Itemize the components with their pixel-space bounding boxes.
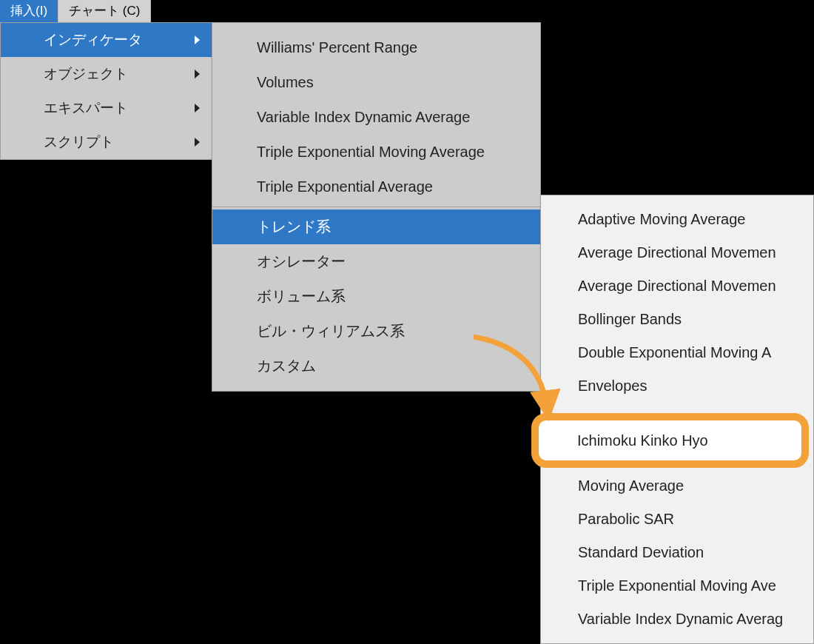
menu-item-oscillator[interactable]: オシレーター — [212, 244, 540, 279]
menu-item-custom[interactable]: カスタム — [212, 349, 540, 383]
menu-item-volumes[interactable]: Volumes — [212, 65, 540, 100]
menu-item-billwilliams[interactable]: ビル・ウィリアムス系 — [212, 314, 540, 349]
submenu-arrow-icon — [195, 104, 200, 113]
submenu-indicators: Williams' Percent Range Volumes Variable… — [212, 22, 541, 392]
menu-item-label: インディケータ — [44, 30, 142, 50]
submenu-arrow-icon — [195, 70, 200, 78]
menu-item[interactable]: Triple Exponential Moving Ave — [541, 569, 813, 603]
menu-item[interactable]: Standard Deviation — [541, 536, 813, 569]
menu-item-ichimoku[interactable]: Ichimoku Kinko Hyo — [541, 436, 813, 469]
menu-item-script[interactable]: スクリプト — [1, 125, 212, 159]
menu-item-expert[interactable]: エキスパート — [1, 91, 212, 125]
menu-item[interactable]: Variable Index Dynamic Averag — [541, 603, 813, 636]
menu-item-tema[interactable]: Triple Exponential Moving Average — [212, 135, 540, 170]
menubar-insert[interactable]: 挿入(I) — [0, 0, 58, 22]
menu-item[interactable]: Double Exponential Moving A — [541, 336, 813, 369]
menu-item[interactable]: Moving Average — [541, 469, 813, 503]
submenu-trend: Adaptive Moving Average Average Directio… — [540, 195, 814, 644]
menu-item[interactable]: Average Directional Movemen — [541, 236, 813, 269]
menu-item[interactable]: Fractal Adaptive Moving Aver — [541, 403, 813, 436]
menu-item-trix[interactable]: Triple Exponential Average — [212, 170, 540, 204]
submenu-arrow-icon — [195, 36, 200, 44]
menu-item-vidya[interactable]: Variable Index Dynamic Average — [212, 100, 540, 135]
menu-item-trend[interactable]: トレンド系 — [212, 209, 540, 244]
menu-item-label: オブジェクト — [44, 64, 128, 84]
menu-separator — [212, 207, 540, 207]
submenu-insert: インディケータ オブジェクト エキスパート スクリプト — [0, 22, 212, 160]
menubar: 挿入(I) チャート (C) — [0, 0, 814, 22]
menu-item-indicators[interactable]: インディケータ — [1, 23, 212, 57]
menu-item-label: エキスパート — [44, 98, 128, 118]
submenu-arrow-icon — [195, 138, 200, 147]
menubar-chart[interactable]: チャート (C) — [58, 0, 151, 22]
menu-item[interactable]: Bollinger Bands — [541, 303, 813, 336]
menu-item[interactable]: Adaptive Moving Average — [541, 203, 813, 236]
menu-item[interactable]: Average Directional Movemen — [541, 269, 813, 303]
menu-item-williams[interactable]: Williams' Percent Range — [212, 30, 540, 65]
menu-item[interactable]: Envelopes — [541, 369, 813, 403]
menu-item-volume-group[interactable]: ボリューム系 — [212, 279, 540, 314]
menu-item-label: スクリプト — [44, 133, 114, 152]
menu-item[interactable]: Parabolic SAR — [541, 503, 813, 536]
menu-item-objects[interactable]: オブジェクト — [1, 57, 212, 91]
